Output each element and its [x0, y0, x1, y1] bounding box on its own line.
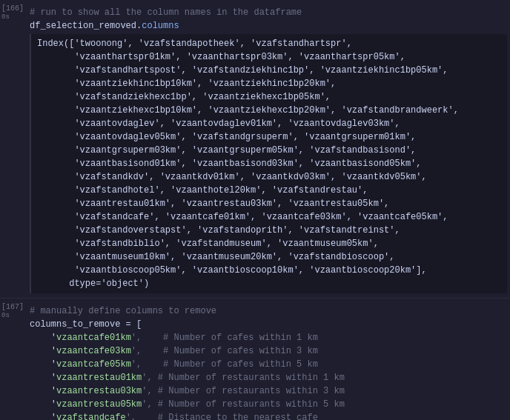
code-token: df_selection_removed	[30, 21, 136, 31]
notebook: [166]0s# run to show all the column name…	[0, 0, 510, 420]
code-token: ', # Number of restaurants within 1 km	[142, 373, 345, 383]
output-line: 'vzafstandcafe', 'vzaantcafe01km', 'vzaa…	[37, 210, 501, 224]
code-line: # manually define columns to remove	[30, 304, 507, 318]
output-line: 'vzaantovdaglev05km', 'vzafstandgrsuperm…	[37, 130, 501, 144]
cell-content-167: # manually define columns to removecolum…	[27, 301, 510, 420]
output-line: 'vzafstandhotel', 'vzaanthotel20km', 'vz…	[37, 184, 501, 197]
code-token: vzaantcafe03km	[56, 346, 131, 356]
cell-input-166[interactable]: # run to show all the column names in th…	[30, 4, 507, 34]
output-line: 'vzaantbioscoop05km', 'vzaantbioscoop10k…	[37, 264, 501, 277]
code-line: 'vzaantrestau05km', # Number of restaura…	[30, 398, 507, 411]
code-token: columns_to_remove	[30, 319, 120, 330]
code-token: '	[30, 413, 56, 420]
output-line: 'vzaantmuseum10km', 'vzaantmuseum20km', …	[37, 250, 501, 264]
code-token: ', # Number of cafes within 1 km	[131, 333, 318, 343]
code-token: '	[30, 373, 56, 383]
output-line: 'vzaantrestau01km', 'vzaantrestau03km', …	[37, 197, 501, 210]
output-line: 'vzaantgrsuperm03km', 'vzaantgrsuperm05k…	[37, 144, 501, 157]
cell-content-166: # run to show all the column names in th…	[27, 3, 510, 295]
code-line: 'vzaantrestau01km', # Number of restaura…	[30, 371, 507, 384]
code-token: ', # Number of cafes within 5 km	[131, 359, 318, 370]
cell-167: [167]0s# manually define columns to remo…	[0, 299, 510, 420]
code-token: # manually define columns to remove	[30, 306, 216, 316]
output-line: 'vzafstandbiblio', 'vzafstandmuseum', 'v…	[37, 237, 501, 250]
output-line: 'vzaantbasisond01km', 'vzaantbasisond03k…	[37, 157, 501, 170]
cell-exec-label-167: [167]	[1, 303, 24, 311]
output-line: 'vzafstandkdv', 'vzaantkdv01km', 'vzaant…	[37, 170, 501, 184]
output-line: dtype='object')	[37, 277, 501, 290]
cell-input-167[interactable]: # manually define columns to removecolum…	[30, 303, 507, 420]
cell-output-166: Index(['twoonong', 'vzafstandapotheek', …	[30, 34, 507, 293]
cell-exec-label-166: [166]	[1, 4, 24, 13]
code-token: = [	[120, 319, 142, 330]
code-line: 'vzaantrestau03km', # Number of restaura…	[30, 384, 507, 398]
code-line: df_selection_removed.columns	[30, 19, 507, 33]
code-token: '	[30, 399, 56, 410]
code-token: '	[30, 333, 56, 343]
output-line: 'vzaantziekhexc1bp10km', 'vzaantziekhexc…	[37, 104, 501, 117]
code-token: ', # Number of cafes within 3 km	[131, 346, 318, 356]
code-token: # run to show all	[30, 7, 126, 18]
cell-time-167: 0s	[1, 312, 10, 319]
code-token: ', # Number of restaurants within 5 km	[142, 399, 345, 410]
code-token: vzaantrestau05km	[56, 399, 142, 410]
output-line: 'vzaanthartspr01km', 'vzaanthartspr03km'…	[37, 50, 501, 64]
code-token: vzaantcafe05km	[56, 359, 131, 370]
code-token: '	[30, 346, 56, 356]
code-token: ', # Number of restaurants within 3 km	[142, 386, 345, 396]
code-line: 'vzaantcafe05km', # Number of cafes with…	[30, 358, 507, 371]
code-line: columns_to_remove = [	[30, 318, 507, 331]
output-line: 'vzaantziekhinc1bp10km', 'vzaantziekhinc…	[37, 77, 501, 90]
code-token: vzafstandcafe	[56, 413, 126, 420]
code-token: vzaantcafe01km	[56, 333, 131, 343]
code-token: vzaantrestau03km	[56, 386, 142, 396]
code-token: ', # Distance to the nearest cafe	[126, 413, 318, 420]
cell-time-166: 0s	[1, 13, 10, 21]
code-token: column names in the dataframe	[142, 7, 302, 18]
cell-gutter-166: [166]0s	[0, 3, 27, 295]
code-token: vzaantrestau01km	[56, 373, 142, 383]
output-line: 'vzafstandziekhexc1bp', 'vzaantziekhexc1…	[37, 90, 501, 104]
code-line: 'vzaantcafe01km', # Number of cafes with…	[30, 331, 507, 344]
code-token: the	[126, 7, 142, 18]
output-line: 'vzafstandoverstapst', 'vzafstandoprith'…	[37, 224, 501, 237]
code-line: # run to show all the column names in th…	[30, 6, 507, 19]
code-token: '	[30, 359, 56, 370]
code-line: 'vzaantcafe03km', # Number of cafes with…	[30, 344, 507, 358]
cell-166: [166]0s# run to show all the column name…	[0, 0, 510, 299]
output-line: 'vzaantovdaglev', 'vzaantovdaglev01km', …	[37, 117, 501, 130]
code-token: '	[30, 386, 56, 396]
output-line: Index(['twoonong', 'vzafstandapotheek', …	[37, 37, 501, 50]
code-line: 'vzafstandcafe', # Distance to the neare…	[30, 411, 507, 420]
code-token: columns	[142, 21, 179, 31]
output-line: 'vzafstandhartspost', 'vzafstandziekhinc…	[37, 64, 501, 77]
cell-gutter-167: [167]0s	[0, 301, 27, 420]
